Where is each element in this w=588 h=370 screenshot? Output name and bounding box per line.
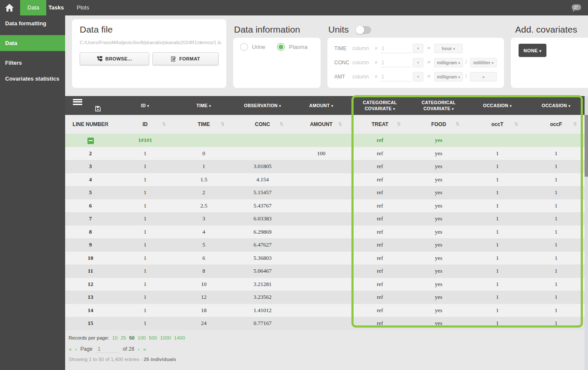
records-option-10[interactable]: 10 [112, 335, 118, 340]
time-factor-input[interactable] [381, 44, 411, 53]
cell: ref [351, 304, 409, 317]
table-row: 131123.23562refyes11 [65, 291, 585, 304]
cell [292, 291, 351, 304]
multiply-sign: × [375, 60, 378, 66]
cell: ref [351, 147, 409, 160]
cell: 1 [116, 317, 174, 330]
conc-unit-denominator-dropdown[interactable]: milliliter ▾ [470, 58, 497, 67]
amt-unit-denominator-dropdown[interactable]: ▾ [470, 72, 497, 81]
column-type-categorical-covariate-1[interactable]: CATEGORICAL COVARIATE ▾ [351, 96, 409, 115]
time-factor-dropdown[interactable]: ▾ [413, 44, 423, 53]
column-type-time[interactable]: TIME ▾ [174, 96, 233, 115]
cell: ref [351, 199, 409, 213]
browse-button-label: BROWSE... [105, 56, 132, 61]
home-icon[interactable] [4, 3, 15, 12]
cell: yes [409, 265, 468, 278]
caret-down-icon: ▾ [417, 60, 419, 65]
units-toggle[interactable] [356, 26, 371, 34]
cell [292, 238, 351, 252]
scrollbar-thumb[interactable] [585, 115, 588, 177]
last-page-button[interactable]: » [143, 346, 146, 352]
sort-icon[interactable]: ⇅ [162, 121, 166, 127]
cell: yes [409, 304, 468, 317]
cell: 1 [468, 160, 527, 173]
cell: 12 [65, 278, 116, 291]
sidebar-item-covariates-statistics[interactable]: Covariates statistics [0, 71, 65, 87]
sort-icon[interactable]: ⇅ [514, 121, 518, 127]
col-id: ID⇅ [116, 115, 174, 134]
time-unit-dropdown[interactable]: hour ▾ [434, 44, 463, 53]
cell: 9 [65, 238, 116, 252]
records-option-1400[interactable]: 1400 [174, 335, 185, 340]
first-page-button[interactable]: « [69, 346, 72, 352]
sidebar-item-data-formatting[interactable]: Data formatting [0, 15, 65, 31]
caret-down-icon: ▾ [568, 104, 570, 108]
cell: yes [409, 212, 468, 226]
cell: 1.41012 [233, 304, 292, 317]
table-row: 151240.77167refyes11 [65, 317, 585, 330]
cell: yes [409, 186, 468, 199]
sort-icon[interactable]: ⇅ [221, 121, 225, 127]
cell: 5 [65, 186, 116, 199]
records-option-100[interactable]: 100 [138, 335, 146, 340]
cell [468, 134, 527, 147]
plasma-radio[interactable] [277, 43, 285, 51]
records-option-50[interactable]: 50 [129, 335, 135, 340]
conc-unit-denom-value: milliliter [473, 60, 490, 65]
units-row-conc: CONC column × ▾ = milligram ▾ / millilit… [327, 58, 504, 68]
menu-icon[interactable] [73, 98, 82, 106]
sort-icon[interactable]: ⇅ [103, 121, 107, 127]
cell: 4 [174, 226, 233, 239]
prev-page-button[interactable]: ‹ [75, 346, 77, 352]
column-type-label: AMOUNT [309, 103, 330, 108]
table-row: 411.54.154refyes11 [65, 173, 585, 187]
sort-icon[interactable]: ⇅ [573, 121, 577, 127]
tab-plots[interactable]: Plots [69, 0, 96, 15]
records-option-25[interactable]: 25 [120, 335, 126, 340]
sidebar-item-filters[interactable]: Filters [0, 55, 65, 71]
amt-factor-input[interactable] [381, 72, 411, 81]
save-icon[interactable] [95, 106, 101, 113]
cell: 1 [116, 186, 174, 199]
browse-button[interactable]: BROWSE... [80, 52, 149, 65]
sort-icon[interactable]: ⇅ [456, 121, 459, 127]
cell: 5.06467 [233, 265, 292, 278]
amt-unit-numerator-dropdown[interactable]: milligram ▾ [434, 72, 463, 81]
cell: 1 [468, 186, 527, 199]
none-dropdown-button[interactable]: NONE ▾ [519, 44, 546, 57]
column-type-occasion-2[interactable]: OCCASION ▾ [527, 96, 585, 115]
cell: 3.21281 [233, 278, 292, 291]
conc-factor-input[interactable] [381, 58, 411, 67]
amt-factor-dropdown[interactable]: ▾ [413, 72, 423, 81]
records-option-1000[interactable]: 1000 [160, 335, 171, 340]
sort-icon[interactable]: ⇅ [279, 121, 283, 127]
cell: 1 [116, 173, 174, 187]
column-type-id[interactable]: ID ▾ [116, 96, 174, 115]
table-tools-cell [65, 96, 116, 115]
collapse-icon[interactable] [87, 138, 94, 144]
table-row: 9156.47627refyes11 [65, 238, 585, 252]
next-page-button[interactable]: › [138, 346, 139, 352]
cell: ref [351, 186, 409, 199]
conc-unit-numerator-dropdown[interactable]: milligram ▾ [434, 58, 463, 67]
sort-icon[interactable]: ⇅ [338, 121, 342, 127]
records-option-500[interactable]: 500 [149, 335, 157, 340]
caret-down-icon: ▾ [279, 104, 281, 108]
sidebar-item-data[interactable]: Data [0, 35, 65, 51]
table-row: 7136.03383refyes11 [65, 212, 585, 226]
column-type-categorical-covariate-2[interactable]: CATEGORICAL COVARIATE ▾ [409, 96, 468, 115]
cell: yes [409, 147, 468, 160]
chat-bubble-icon[interactable] [572, 4, 581, 10]
page-input[interactable] [96, 345, 120, 353]
column-type-observation[interactable]: OBSERVATION ▾ [233, 96, 292, 115]
units-row-amt: AMT column × ▾ = milligram ▾ / ▾ [327, 72, 504, 82]
tab-tasks[interactable]: Tasks [41, 0, 71, 15]
column-type-amount[interactable]: AMOUNT ▾ [292, 96, 351, 115]
urine-radio[interactable] [240, 43, 248, 51]
format-button[interactable]: FORMAT [153, 52, 219, 65]
sort-icon[interactable]: ⇅ [397, 121, 401, 127]
conc-factor-dropdown[interactable]: ▾ [413, 58, 423, 67]
cell: 1 [527, 186, 585, 199]
cell: 1 [527, 212, 585, 226]
column-type-occasion-1[interactable]: OCCASION ▾ [468, 96, 527, 115]
